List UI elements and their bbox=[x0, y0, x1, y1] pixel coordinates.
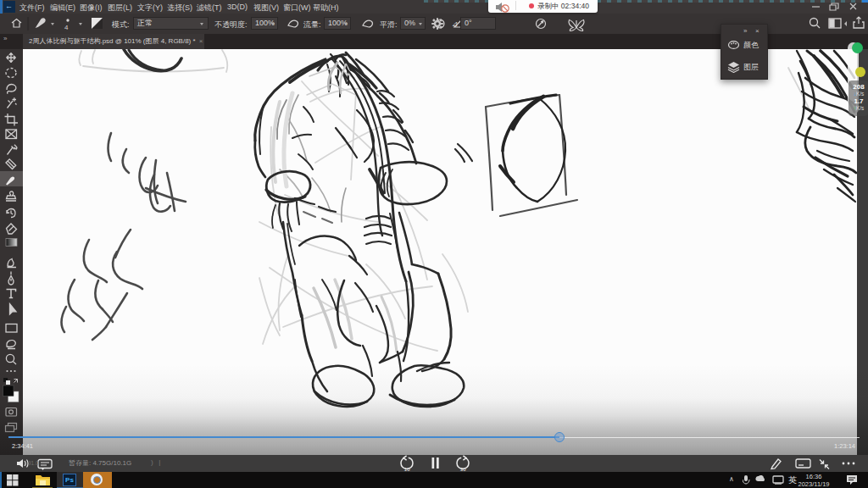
svg-text:10: 10 bbox=[404, 467, 410, 472]
svg-text:30: 30 bbox=[460, 467, 466, 472]
svg-text:4: 4 bbox=[64, 24, 69, 31]
